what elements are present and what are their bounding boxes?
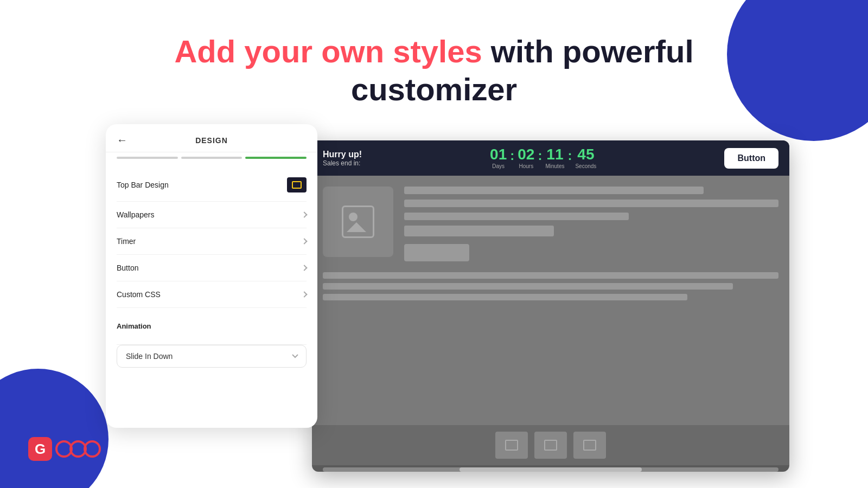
timer-colon-3: : — [567, 148, 572, 163]
logo-g-letter: G — [28, 437, 52, 461]
timer-colon-2: : — [538, 148, 542, 163]
timer-minutes-label: Minutes — [545, 163, 564, 169]
browser-scrollbar — [323, 467, 778, 472]
top-bar-design-icon-inner — [292, 181, 302, 189]
top-bar-design-icon — [287, 177, 307, 192]
header-normal: with powerful — [482, 34, 694, 69]
topbar-text: Hurry up! Sales end in: — [323, 150, 362, 167]
timer-hours: 02 Hours — [518, 147, 534, 169]
animation-section: Animation Slide In Down Slide In Up Slid… — [117, 308, 307, 368]
browser-thumbnail-row — [312, 425, 789, 465]
text-line-1 — [404, 187, 704, 194]
scrollbar-thumb — [459, 467, 642, 472]
content-line-2 — [323, 283, 733, 290]
main-content: ← DESIGN Top Bar Design Wallpapers — [0, 124, 868, 472]
timer-hours-value: 02 — [518, 147, 534, 162]
panel-body: Top Bar Design Wallpapers Timer Button — [106, 163, 317, 378]
panel-row-animation: Animation — [117, 313, 307, 345]
logo-circle-3 — [84, 440, 101, 458]
logo-circles — [55, 440, 101, 458]
progress-segment-2 — [181, 157, 242, 159]
thumb-icon-2 — [544, 440, 557, 451]
panel-row-top-bar-design[interactable]: Top Bar Design — [117, 169, 307, 202]
thumb-3 — [573, 432, 606, 459]
panel-row-timer[interactable]: Timer — [117, 228, 307, 255]
timer-seconds: 45 Seconds — [575, 147, 596, 169]
header-highlight: Add your own styles — [174, 34, 482, 69]
timer-days: 01 Days — [490, 147, 507, 169]
timer-seconds-label: Seconds — [575, 163, 596, 169]
custom-css-chevron — [301, 292, 307, 298]
panel-row-button[interactable]: Button — [117, 255, 307, 281]
logo: G — [28, 437, 101, 461]
price-line — [404, 226, 554, 236]
timer-days-label: Days — [490, 163, 507, 169]
timer-days-value: 01 — [490, 147, 507, 162]
panel-header: ← DESIGN — [106, 124, 317, 152]
timer-colon-1: : — [510, 148, 514, 163]
timer-label: Timer — [117, 237, 136, 246]
product-row — [323, 187, 778, 261]
content-line-3 — [323, 294, 687, 300]
wallpapers-label: Wallpapers — [117, 210, 155, 219]
design-panel: ← DESIGN Top Bar Design Wallpapers — [106, 124, 317, 428]
text-line-2 — [404, 200, 778, 207]
product-text-placeholder — [404, 187, 778, 261]
timer-hours-label: Hours — [518, 163, 534, 169]
browser-content — [312, 176, 789, 425]
thumb-1 — [495, 432, 528, 459]
product-image-placeholder — [323, 187, 393, 257]
animation-label: Animation — [117, 322, 151, 330]
animation-select[interactable]: Slide In Down Slide In Up Slide In Left … — [117, 345, 307, 368]
header-line2: customizer — [351, 72, 517, 107]
header-section: Add your own styles with powerful custom… — [0, 0, 868, 124]
topbar-hurry: Hurry up! — [323, 150, 362, 159]
header-title: Add your own styles with powerful custom… — [0, 33, 868, 108]
text-line-3 — [404, 213, 629, 220]
content-lines — [323, 272, 778, 300]
logo-container: G — [28, 437, 101, 461]
timer-minutes: 11 Minutes — [545, 147, 564, 169]
topbar-cta-button[interactable]: Button — [724, 148, 778, 169]
button-chevron — [301, 265, 307, 271]
timer-seconds-value: 45 — [575, 147, 596, 162]
progress-segment-1 — [117, 157, 178, 159]
top-bar-design-label: Top Bar Design — [117, 181, 169, 189]
topbar-sales: Sales end in: — [323, 159, 362, 167]
thumb-2 — [534, 432, 567, 459]
panel-row-custom-css[interactable]: Custom CSS — [117, 281, 307, 308]
content-line-1 — [323, 272, 778, 279]
progress-bar — [106, 152, 317, 163]
panel-row-wallpapers[interactable]: Wallpapers — [117, 202, 307, 228]
thumb-icon-1 — [505, 440, 518, 451]
timer-chevron — [301, 239, 307, 245]
image-icon — [342, 206, 374, 238]
progress-segment-3 — [245, 157, 307, 159]
back-button[interactable]: ← — [117, 134, 127, 146]
thumb-icon-3 — [583, 440, 596, 451]
panel-title: DESIGN — [134, 136, 289, 145]
button-label: Button — [117, 264, 138, 272]
topbar: Hurry up! Sales end in: 01 Days : 02 Hou… — [312, 140, 789, 176]
custom-css-label: Custom CSS — [117, 290, 161, 299]
browser-preview: Hurry up! Sales end in: 01 Days : 02 Hou… — [312, 140, 789, 472]
wallpapers-chevron — [301, 212, 307, 218]
add-to-cart-placeholder — [404, 244, 469, 261]
topbar-timer: 01 Days : 02 Hours : 11 Minutes : 45 Sec… — [373, 147, 713, 169]
timer-minutes-value: 11 — [545, 147, 564, 162]
